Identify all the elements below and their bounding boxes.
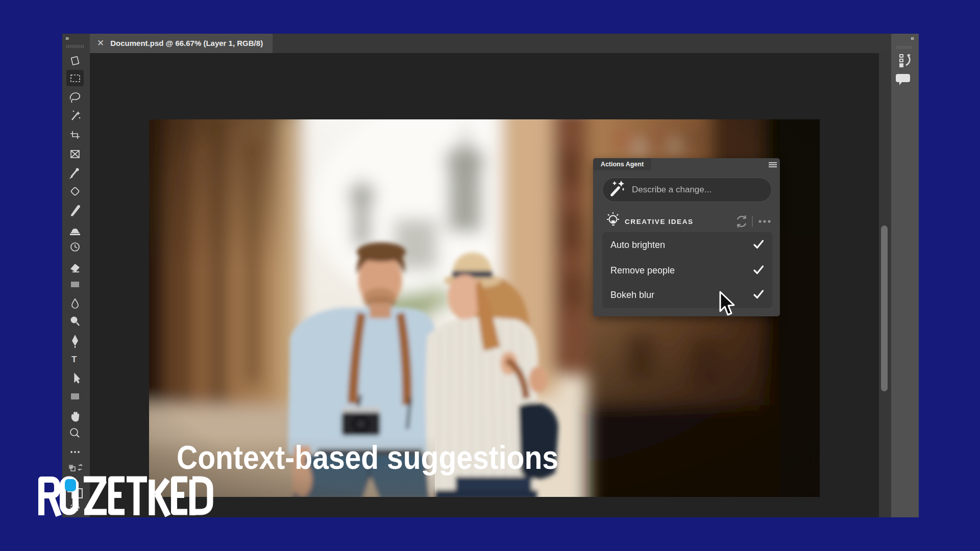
svg-text:«: « xyxy=(911,34,914,42)
svg-text:Context-based suggestions: Context-based suggestions xyxy=(177,439,558,476)
svg-text:»: » xyxy=(65,34,69,42)
svg-text:T: T xyxy=(71,355,77,364)
